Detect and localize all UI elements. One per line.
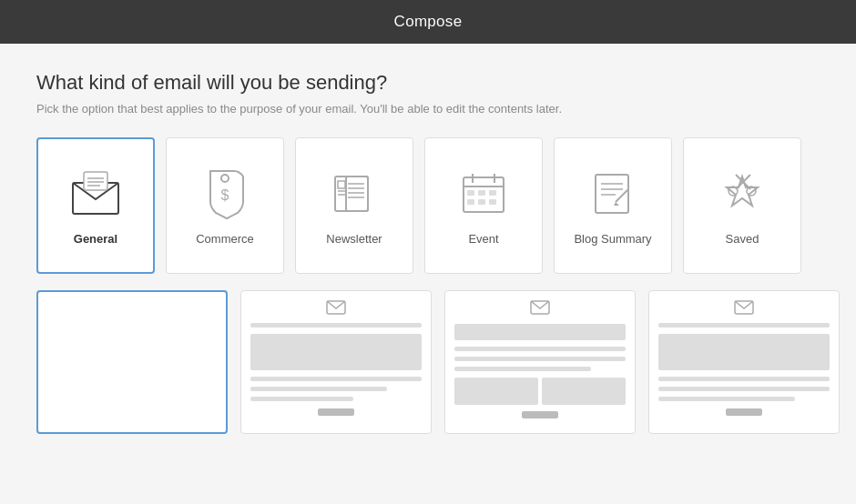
- question-heading: What kind of email will you be sending?: [36, 71, 820, 95]
- type-card-blog-summary[interactable]: Blog Summary: [554, 137, 672, 274]
- tpl2-email-icon: [250, 300, 422, 315]
- template-card-1[interactable]: [36, 290, 228, 434]
- type-card-commerce[interactable]: $ Commerce: [166, 137, 284, 274]
- saved-icon: [715, 166, 769, 221]
- newsletter-label: Newsletter: [326, 232, 382, 246]
- type-card-newsletter[interactable]: Newsletter: [295, 137, 413, 274]
- svg-rect-23: [467, 199, 474, 205]
- title-bar: Compose: [0, 0, 856, 44]
- svg-rect-21: [478, 190, 485, 196]
- tpl2-block1: [250, 334, 422, 370]
- tpl4-email-icon: [658, 300, 830, 315]
- template-3-preview: [454, 300, 626, 424]
- tpl3-block1: [454, 324, 626, 340]
- type-card-event[interactable]: Event: [424, 137, 543, 274]
- tpl2-btn: [318, 408, 354, 416]
- tpl3-line1: [454, 347, 626, 351]
- svg-rect-20: [467, 190, 474, 196]
- template-card-4[interactable]: [648, 290, 840, 434]
- template-cards-row: [36, 290, 820, 434]
- tpl4-line2: [658, 377, 830, 381]
- tpl3-col1: [454, 378, 538, 405]
- blog-summary-label: Blog Summary: [574, 232, 651, 246]
- tpl2-line4: [250, 397, 353, 401]
- tpl4-line3: [658, 387, 830, 391]
- svg-line-30: [616, 189, 628, 202]
- type-cards-row: General $ Commerce: [36, 137, 820, 274]
- title-label: Compose: [394, 13, 463, 30]
- tpl2-line2: [250, 377, 422, 381]
- tpl4-block1: [658, 334, 830, 370]
- general-label: General: [74, 232, 117, 246]
- main-content: What kind of email will you be sending? …: [0, 44, 856, 452]
- tpl2-line1: [250, 323, 422, 328]
- event-label: Event: [468, 232, 498, 246]
- commerce-label: Commerce: [196, 232, 254, 246]
- saved-label: Saved: [726, 232, 759, 246]
- type-card-general[interactable]: General: [36, 137, 155, 274]
- type-card-saved[interactable]: Saved: [683, 137, 801, 274]
- general-icon: [68, 166, 123, 221]
- newsletter-icon: [327, 166, 382, 221]
- svg-rect-22: [489, 190, 496, 196]
- template-card-2[interactable]: [240, 290, 432, 434]
- blog-summary-icon: [586, 166, 640, 221]
- template-card-3[interactable]: [444, 290, 636, 434]
- svg-text:$: $: [221, 187, 229, 203]
- template-2-preview: [250, 300, 422, 424]
- svg-point-5: [221, 175, 229, 182]
- commerce-icon: $: [198, 166, 252, 221]
- svg-rect-1: [84, 172, 107, 190]
- svg-rect-8: [346, 176, 368, 211]
- tpl2-line3: [250, 387, 387, 391]
- tpl4-line4: [658, 397, 795, 401]
- svg-marker-31: [614, 202, 619, 206]
- tpl4-line1: [658, 323, 830, 328]
- tpl3-col2: [542, 378, 626, 405]
- svg-rect-25: [489, 199, 496, 205]
- tpl3-line2: [454, 357, 626, 361]
- svg-rect-24: [478, 199, 485, 205]
- event-icon: [456, 166, 511, 221]
- subtitle-text: Pick the option that best applies to the…: [36, 102, 820, 116]
- template-4-preview: [658, 300, 830, 424]
- tpl3-btn: [522, 411, 558, 418]
- tpl3-line3: [454, 367, 591, 371]
- tpl4-btn: [726, 408, 762, 416]
- tpl3-email-icon: [454, 300, 626, 315]
- svg-rect-13: [338, 181, 345, 188]
